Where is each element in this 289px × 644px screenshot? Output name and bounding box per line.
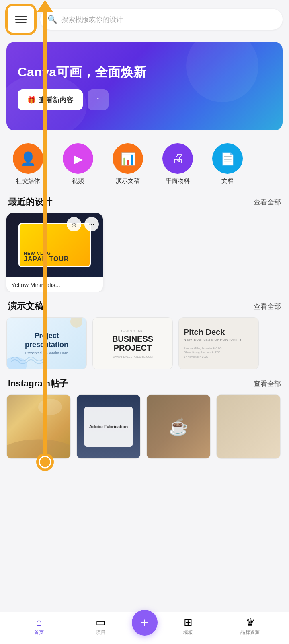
nav-projects-label: 项目: [96, 629, 106, 636]
search-icon: 🔍: [47, 14, 57, 24]
print-label: 平面物料: [166, 177, 190, 185]
presentation-template-scroll: Projectpresentation Presented by Sandra …: [0, 317, 289, 369]
adobe-inner: Adobe Fabrication: [84, 407, 133, 447]
recent-section-header: 最近的设计 查看全部: [0, 188, 289, 213]
star-button[interactable]: ☆: [67, 217, 81, 231]
pitch-detail: Sandra Miller, Founder & CEO Oliver Youn…: [184, 347, 254, 359]
banner-buttons: 🎁 查看新内容 ↑: [18, 89, 271, 110]
nav-home[interactable]: ⌂ 首页: [8, 617, 70, 636]
project-card-bg: Projectpresentation Presented by Sandra …: [7, 318, 86, 369]
bottom-nav: ⌂ 首页 ▭ 项目 + ⊞ 模板 ♛ 品牌资源: [0, 612, 289, 644]
presentation-icon: 📊: [113, 143, 143, 174]
pitch-divider: [184, 344, 200, 344]
project-card-content: Projectpresentation Presented by Sandra …: [25, 332, 68, 355]
brand-icon: ♛: [246, 617, 255, 627]
business-card-title: BUSINESSPROJECT: [112, 334, 153, 352]
banner: Canva可画，全面焕新 🎁 查看新内容 ↑: [6, 42, 283, 130]
insta-card-coffee[interactable]: ☕: [146, 394, 211, 459]
svg-point-4: [7, 440, 70, 458]
beach-thumbnail: [7, 395, 70, 458]
social-media-icon: 👤: [13, 143, 43, 174]
upload-icon: ↑: [96, 94, 100, 105]
banner-primary-label: 查看新内容: [39, 95, 73, 105]
nav-home-label: 首页: [34, 629, 44, 636]
more-button[interactable]: ···: [84, 217, 99, 231]
nav-projects[interactable]: ▭ 项目: [70, 617, 132, 636]
menu-button[interactable]: [6, 5, 35, 34]
templates-icon: ⊞: [184, 617, 193, 627]
nav-templates[interactable]: ⊞ 模板: [158, 617, 219, 636]
gift-icon: 🎁: [27, 96, 36, 104]
recent-section-title: 最近的设计: [8, 196, 52, 208]
category-video[interactable]: ▶ 视频: [54, 143, 102, 185]
hamburger-icon: [15, 16, 27, 23]
insta-card-adobe[interactable]: Adobe Fabrication: [76, 394, 141, 459]
adobe-thumbnail: Adobe Fabrication: [77, 395, 140, 458]
top-bar: 🔍 搜索模版或你的设计: [0, 0, 289, 39]
instagram-view-all[interactable]: 查看全部: [254, 379, 281, 388]
presentation-section-header: 演示文稿 查看全部: [0, 292, 289, 317]
category-print[interactable]: 🖨 平面物料: [154, 143, 202, 185]
category-docs[interactable]: 📄 文档: [203, 143, 252, 185]
instagram-section-header: Instagram帖子 查看全部: [0, 369, 289, 394]
pitch-title: Pitch Deck: [184, 328, 254, 337]
recent-scroll: NEW VLOG JAPAN TOUR ☆ ··· Yellow Minimal…: [0, 213, 289, 292]
coffee-thumbnail: ☕: [147, 395, 210, 458]
category-presentation[interactable]: 📊 演示文稿: [104, 143, 152, 185]
template-project-presentation[interactable]: Projectpresentation Presented by Sandra …: [6, 317, 87, 369]
insta-card-beach[interactable]: [6, 394, 71, 459]
docs-label: 文档: [221, 177, 234, 185]
projects-icon: ▭: [96, 617, 106, 627]
project-card-title: Projectpresentation: [25, 332, 68, 349]
beach-deco: [7, 420, 70, 458]
design-card-title: Yellow Minimalis...: [6, 277, 103, 292]
card-deco-2: [70, 318, 82, 328]
presentation-view-all[interactable]: 查看全部: [254, 302, 281, 311]
presentation-section-title: 演示文稿: [8, 300, 43, 312]
video-icon: ▶: [63, 143, 93, 174]
nav-add-button[interactable]: +: [132, 610, 158, 636]
insta-card-fourth[interactable]: [216, 394, 281, 459]
video-label: 视频: [72, 177, 84, 185]
card-actions: ☆ ···: [67, 217, 99, 231]
banner-icon-button[interactable]: ↑: [88, 89, 109, 110]
search-placeholder-text: 搜索模版或你的设计: [61, 15, 123, 24]
docs-icon: 📄: [212, 143, 243, 174]
social-media-label: 社交媒体: [16, 177, 40, 185]
add-icon: +: [141, 616, 148, 629]
category-row: 👤 社交媒体 ▶ 视频 📊 演示文稿 🖨 平面物料: [0, 134, 289, 188]
wave-deco: [11, 353, 43, 365]
fourth-thumbnail: [217, 395, 280, 458]
business-card-url: WWW.REALESTATESITE.COM: [113, 355, 153, 358]
home-icon: ⌂: [36, 617, 42, 627]
nav-templates-label: 模板: [183, 629, 193, 636]
presentation-label: 演示文稿: [116, 177, 140, 185]
template-pitch-deck[interactable]: Pitch Deck NEW BUSINESS OPPORTUNITY Sand…: [178, 317, 259, 369]
banner-primary-button[interactable]: 🎁 查看新内容: [18, 89, 83, 110]
category-social-media[interactable]: 👤 社交媒体: [4, 143, 52, 185]
recent-design-card[interactable]: NEW VLOG JAPAN TOUR ☆ ··· Yellow Minimal…: [6, 213, 103, 292]
instagram-scroll: Adobe Fabrication ☕: [0, 394, 289, 469]
pitch-subtitle: NEW BUSINESS OPPORTUNITY: [184, 338, 254, 341]
template-business-project[interactable]: ——— CANVA INC ——— BUSINESSPROJECT WWW.RE…: [92, 317, 173, 369]
banner-title: Canva可画，全面焕新: [18, 64, 271, 81]
search-bar[interactable]: 🔍 搜索模版或你的设计: [40, 9, 283, 30]
pitch-card-bg: Pitch Deck NEW BUSINESS OPPORTUNITY Sand…: [179, 318, 258, 369]
business-card-bg: ——— CANVA INC ——— BUSINESSPROJECT WWW.RE…: [93, 318, 172, 369]
nav-brand-label: 品牌资源: [240, 629, 260, 636]
nav-brand[interactable]: ♛ 品牌资源: [219, 617, 281, 636]
print-icon: 🖨: [162, 143, 193, 174]
instagram-section-title: Instagram帖子: [8, 378, 68, 390]
recent-view-all[interactable]: 查看全部: [254, 198, 281, 207]
